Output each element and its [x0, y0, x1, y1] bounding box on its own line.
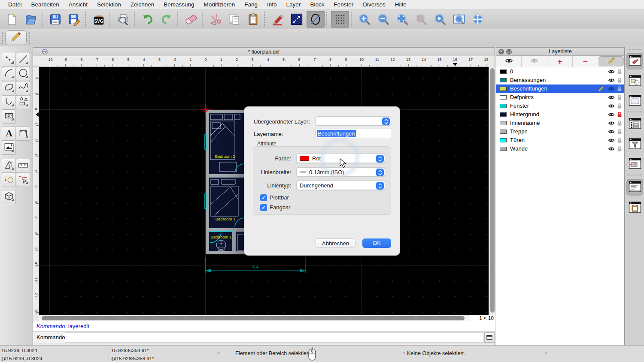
layer-list-panel-button[interactable]: [626, 53, 643, 69]
layer-row-treppe[interactable]: Treppe: [496, 127, 624, 136]
clipboard-panel-button[interactable]: [626, 199, 643, 216]
menu-datei[interactable]: Datei: [3, 0, 27, 9]
measure-tool-button[interactable]: [16, 159, 30, 173]
zoom-out-button[interactable]: [374, 11, 392, 28]
arc-tool-button[interactable]: [2, 67, 16, 81]
zoom-selection-button[interactable]: [412, 11, 430, 28]
shapes-tool-button[interactable]: [16, 95, 30, 109]
menu-ansicht[interactable]: Ansicht: [64, 0, 92, 9]
plottable-checkbox[interactable]: ✓: [260, 194, 267, 201]
menu-fenster[interactable]: Fenster: [329, 0, 358, 9]
layer-visibility-eye-icon[interactable]: [608, 85, 615, 92]
layer-row-defpoints[interactable]: Defpoints: [496, 93, 624, 102]
undo-button[interactable]: [139, 11, 157, 28]
add-layer-plus-button[interactable]: +: [547, 56, 573, 67]
grid-toggle-button[interactable]: [331, 11, 349, 28]
previous-view-button[interactable]: [431, 11, 449, 28]
menu-bearbeiten[interactable]: Bearbeiten: [27, 0, 64, 9]
zoom-in-button[interactable]: [355, 11, 374, 28]
menu-fang[interactable]: Fang: [240, 0, 262, 9]
edit-layer-pencil-button[interactable]: [599, 56, 624, 66]
menu-zeichnen[interactable]: Zeichnen: [126, 0, 159, 9]
selection-filter-panel-button[interactable]: [626, 136, 643, 153]
pan-button[interactable]: [469, 11, 487, 28]
linetype-select[interactable]: Durchgehend: [296, 181, 385, 190]
command-input-field[interactable]: [65, 332, 483, 343]
edit-pencil-icon[interactable]: [598, 85, 605, 92]
horizontal-scrollbar-thumb[interactable]: [42, 316, 465, 320]
close-panel-icon[interactable]: ✕: [498, 49, 504, 54]
command-history-panel-button[interactable]: [626, 179, 643, 196]
layer-visibility-eye-icon[interactable]: [608, 120, 615, 127]
svg-export-button[interactable]: SVG: [90, 11, 108, 28]
float-panel-icon[interactable]: ❐: [506, 49, 512, 54]
save-as-button[interactable]: [65, 11, 83, 28]
ellipse-tool-button[interactable]: [307, 11, 325, 28]
command-panel-toggle-button[interactable]: [484, 332, 495, 343]
layer-visibility-eye-icon[interactable]: [608, 77, 615, 84]
show-all-eye-button[interactable]: [496, 56, 522, 67]
layer-visibility-eye-icon[interactable]: [608, 68, 615, 75]
vertical-scrollbar-thumb[interactable]: [490, 68, 495, 313]
zoom-window-button[interactable]: [450, 11, 468, 28]
layer-row-innenräume[interactable]: Innenräume: [496, 119, 624, 127]
view-list-panel-button[interactable]: [626, 93, 643, 109]
redo-button[interactable]: [158, 11, 176, 28]
layer-name-input[interactable]: Beschriftungen: [315, 129, 391, 138]
current-tool-pencil-button[interactable]: [5, 30, 27, 45]
dimension-tool-button[interactable]: [16, 127, 30, 141]
layer-visibility-eye-icon[interactable]: [608, 145, 615, 152]
circle-tool-button[interactable]: [16, 67, 30, 81]
layer-lock-icon[interactable]: [616, 128, 623, 135]
spline-tool-button[interactable]: [16, 81, 30, 95]
snappable-checkbox[interactable]: ✓: [260, 204, 267, 211]
library-browser-panel-button[interactable]: [626, 156, 643, 172]
hatch-tool-button[interactable]: [2, 109, 16, 124]
layer-lock-icon[interactable]: [616, 94, 623, 101]
hide-all-eye-button[interactable]: [522, 56, 547, 67]
layer-visibility-eye-icon[interactable]: [608, 94, 615, 101]
image-tool-button[interactable]: [2, 141, 16, 155]
menu-hilfe[interactable]: Hilfe: [390, 0, 411, 9]
layer-lock-icon[interactable]: [616, 145, 623, 152]
line-arrow-button[interactable]: [288, 11, 306, 28]
print-preview-button[interactable]: [114, 11, 132, 28]
horizontal-scrollbar[interactable]: [39, 315, 470, 321]
layer-lock-icon[interactable]: [616, 137, 623, 144]
polyline-tool-button[interactable]: [2, 95, 16, 109]
paste-button[interactable]: [244, 11, 262, 28]
open-file-button[interactable]: [22, 11, 40, 28]
layer-lock-icon[interactable]: [616, 85, 623, 92]
vertical-scrollbar[interactable]: [489, 67, 495, 315]
cancel-button[interactable]: Abbrechen: [316, 238, 355, 248]
isometric-view-tool-button[interactable]: [2, 190, 16, 204]
menu-diverses[interactable]: Diverses: [358, 0, 390, 9]
layer-visibility-eye-icon[interactable]: [608, 128, 615, 135]
layer-visibility-eye-icon[interactable]: [608, 103, 615, 109]
layer-lock-icon[interactable]: [616, 111, 623, 118]
eraser-button[interactable]: [182, 11, 200, 28]
layer-visibility-eye-icon[interactable]: [608, 137, 615, 144]
cut-button[interactable]: [207, 11, 225, 28]
layer-lock-icon[interactable]: [616, 68, 623, 75]
menu-selektion[interactable]: Selektion: [92, 0, 126, 9]
menu-modifizieren[interactable]: Modifizieren: [199, 0, 240, 9]
menu-bemassung[interactable]: Bemassung: [159, 0, 199, 9]
document-title-bar[interactable]: * floorplan.dxf: [33, 48, 495, 56]
layer-visibility-eye-icon[interactable]: [608, 111, 615, 118]
menu-info[interactable]: Info: [262, 0, 282, 9]
ellipse-tool-button[interactable]: [2, 81, 16, 95]
ok-button[interactable]: OK: [362, 238, 391, 248]
modify-attributes-tool-button[interactable]: [16, 173, 30, 187]
modify-tool-button[interactable]: [2, 173, 16, 187]
draw-pencil-button[interactable]: [269, 11, 287, 28]
block-list-panel-button[interactable]: [626, 73, 643, 90]
layer-lock-icon[interactable]: [616, 120, 623, 127]
copy-button[interactable]: [225, 11, 243, 28]
layer-row-beschriftungen[interactable]: Beschriftungen: [496, 84, 624, 93]
layer-row-hintergrund[interactable]: Hintergrund: [496, 110, 624, 119]
menu-block[interactable]: Block: [305, 0, 329, 9]
layer-row-türen[interactable]: Türen: [496, 136, 624, 145]
parent-layer-select[interactable]: [315, 116, 391, 126]
menu-layer[interactable]: Layer: [282, 0, 306, 9]
